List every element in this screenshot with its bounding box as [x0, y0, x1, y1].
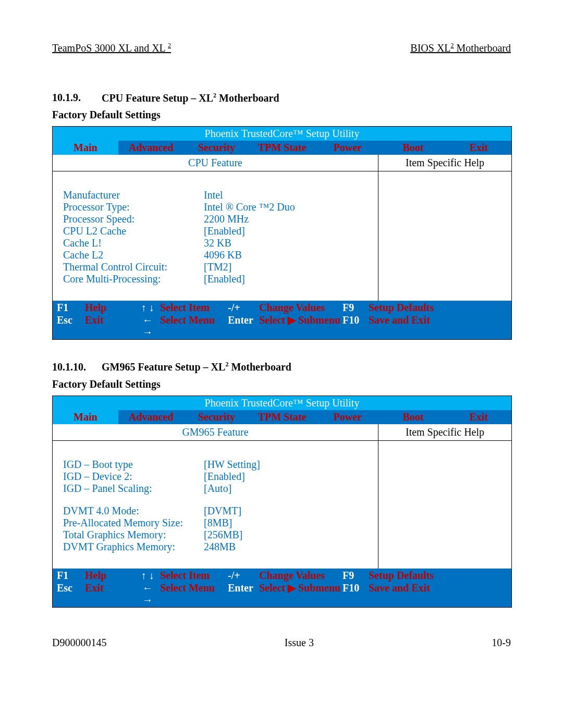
bios-legend-2: F1Help ↑ ↓Select Item -/+Change Values F… [53, 569, 511, 607]
section-heading-gm965: 10.1.10. GM965 Feature Setup – XL2 Mothe… [52, 361, 511, 373]
tab-security[interactable]: Security [183, 141, 249, 155]
page-footer: D900000145 Issue 3 10-9 [52, 637, 511, 649]
help-pane-title-2: Item Specific Help [378, 424, 511, 441]
left-pane-title: CPU Feature [53, 155, 378, 171]
cpu-feature-list: ManufacturerIntel Processor Type:Intel ®… [53, 171, 378, 301]
bios-tabs: Main Advanced Security TPM State Power B… [53, 141, 511, 155]
running-header: TeamPoS 3000 XL and XL 2 BIOS XL2 Mother… [52, 42, 511, 54]
tab-exit[interactable]: Exit [446, 141, 511, 155]
bios-title: Phoenix TrustedCore™ Setup Utility [53, 127, 511, 141]
header-right: BIOS XL2 Motherboard [410, 42, 511, 54]
bios-tabs-2: Main Advanced Security TPM State Power B… [53, 410, 511, 424]
bios-legend: F1Help ↑ ↓Select Item -/+Change Values F… [53, 301, 511, 339]
left-pane-title-2: GM965 Feature [53, 424, 378, 441]
gm965-feature-list: IGD – Boot type[HW Setting] IGD – Device… [53, 441, 378, 569]
tab-boot[interactable]: Boot [381, 410, 446, 424]
tab-power[interactable]: Power [315, 410, 381, 424]
doc-number: D900000145 [52, 637, 106, 649]
section-heading-cpu: 10.1.9. CPU Feature Setup – XL2 Motherbo… [52, 92, 511, 104]
tab-main[interactable]: Main [53, 410, 118, 424]
tab-power[interactable]: Power [315, 141, 381, 155]
bios-panel-cpu: Phoenix TrustedCore™ Setup Utility Main … [52, 126, 512, 340]
tab-advanced[interactable]: Advanced [118, 410, 184, 424]
tab-main[interactable]: Main [53, 141, 118, 155]
tab-tpm-state[interactable]: TPM State [249, 141, 315, 155]
tab-security[interactable]: Security [183, 410, 249, 424]
tab-exit[interactable]: Exit [446, 410, 511, 424]
issue-number: Issue 3 [285, 637, 314, 649]
help-pane-title: Item Specific Help [378, 155, 511, 171]
tab-tpm-state[interactable]: TPM State [249, 410, 315, 424]
page-number: 10-9 [492, 637, 511, 649]
bios-panel-gm965: Phoenix TrustedCore™ Setup Utility Main … [52, 396, 512, 608]
tab-boot[interactable]: Boot [381, 141, 446, 155]
header-left: TeamPoS 3000 XL and XL 2 [52, 42, 171, 54]
tab-advanced[interactable]: Advanced [118, 141, 184, 155]
subheading-factory-defaults-2: Factory Default Settings [52, 378, 511, 390]
bios-title-2: Phoenix TrustedCore™ Setup Utility [53, 396, 511, 410]
subheading-factory-defaults: Factory Default Settings [52, 109, 511, 121]
